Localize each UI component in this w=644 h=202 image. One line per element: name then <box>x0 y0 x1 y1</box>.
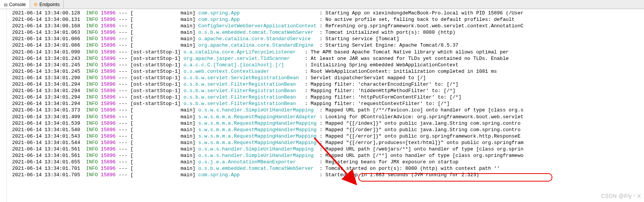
log-row: 2021-06-14 13:34:01.540 INFO 15896 --- [… <box>12 127 644 133</box>
tab-endpoints[interactable]: Endpoints <box>30 0 64 9</box>
log-timestamp: 2021-06-14 13:34:00.131 <box>12 17 80 22</box>
log-thread: [ main] <box>130 153 195 158</box>
log-thread: [ main] <box>130 166 195 171</box>
log-logger: o.s.w.s.handler.SimpleUrlHandlerMapping <box>199 153 317 158</box>
log-row: 2021-06-14 13:34:01.294 INFO 15896 --- [… <box>12 100 644 107</box>
log-thread: [ost-startStop-1] <box>130 81 181 87</box>
log-pid: 15896 <box>101 17 116 22</box>
log-logger: s.w.s.m.m.a.RequestMappingHandlerAdapter <box>199 114 317 120</box>
log-colon: : <box>305 81 308 87</box>
log-row: 2021-06-14 13:34:01.086 INFO 15896 --- [… <box>12 42 644 49</box>
log-pid: 15896 <box>101 159 116 165</box>
log-timestamp: 2021-06-14 13:34:01.294 <box>12 101 80 106</box>
log-colon: : <box>319 153 322 158</box>
log-thread: [ main] <box>130 133 195 139</box>
log-colon: : <box>305 101 308 106</box>
console-output[interactable]: 2021-06-14 13:34:00.128 INFO 15896 --- [… <box>7 9 644 202</box>
log-thread: [ main] <box>130 140 195 146</box>
log-level: INFO <box>86 75 98 81</box>
log-message: Mapped URL path [/webjars/**] onto handl… <box>325 146 524 152</box>
log-dash: --- <box>119 56 127 61</box>
log-level: INFO <box>86 166 98 171</box>
log-level: INFO <box>86 62 98 68</box>
log-timestamp: 2021-06-14 13:34:01.499 <box>12 114 80 120</box>
log-thread: [ost-startStop-1] <box>130 75 181 81</box>
log-level: INFO <box>86 36 98 42</box>
log-colon: : <box>319 159 322 165</box>
log-row: 2021-06-14 13:34:01.655 INFO 15896 --- [… <box>12 159 644 165</box>
log-pid: 15896 <box>101 101 116 106</box>
log-thread: [ost-startStop-1] <box>130 101 181 106</box>
log-colon: : <box>319 114 322 120</box>
log-pid: 15896 <box>101 81 116 87</box>
log-thread: [ main] <box>130 107 195 113</box>
log-message: Mapped "{[/order]}" onto public java.lan… <box>325 127 521 133</box>
log-colon: : <box>319 127 322 133</box>
log-timestamp: 2021-06-14 13:34:01.539 <box>12 121 80 126</box>
log-message: Mapping filter: 'hiddenHttpMethodFilter'… <box>311 88 455 94</box>
log-level: INFO <box>86 133 98 139</box>
log-timestamp: 2021-06-14 13:34:01.655 <box>12 159 80 165</box>
log-message: Mapping filter: 'httpPutFormContentFilte… <box>311 94 461 100</box>
log-colon: : <box>319 23 322 29</box>
log-logger: o.s.w.s.handler.SimpleUrlHandlerMapping <box>199 146 317 152</box>
log-dash: --- <box>119 159 127 165</box>
log-pid: 15896 <box>101 56 116 61</box>
log-level: INFO <box>86 101 98 106</box>
log-thread: [ main] <box>130 42 195 48</box>
tab-bar: Console Endpoints <box>0 0 644 9</box>
log-level: INFO <box>86 140 98 146</box>
log-pid: 15896 <box>101 153 116 158</box>
left-gutter <box>0 9 7 202</box>
log-logger: o.s.b.w.embedded.tomcat.TomcatWebServer <box>199 30 317 35</box>
log-colon: : <box>319 121 322 126</box>
log-level: INFO <box>86 127 98 133</box>
log-row: 2021-06-14 13:34:01.543 INFO 15896 --- [… <box>12 133 644 139</box>
log-row: 2021-06-14 13:34:01.705 INFO 15896 --- [… <box>12 172 644 178</box>
tab-endpoints-label: Endpoints <box>39 2 59 7</box>
log-dash: --- <box>119 101 127 106</box>
log-dash: --- <box>119 23 127 29</box>
log-logger: s.w.s.m.m.a.RequestMappingHandlerMapping <box>199 140 317 146</box>
tab-console[interactable]: Console <box>0 0 30 9</box>
log-level: INFO <box>86 56 98 61</box>
log-timestamp: 2021-06-14 13:34:01.245 <box>12 62 80 68</box>
log-message: No active profile set, falling back to d… <box>325 17 514 22</box>
log-dash: --- <box>119 121 127 126</box>
log-colon: : <box>319 172 322 178</box>
log-dash: --- <box>119 133 127 139</box>
log-dash: --- <box>119 94 127 100</box>
log-colon: : <box>319 30 322 35</box>
log-level: INFO <box>86 10 98 16</box>
log-logger: o.s.web.context.ContextLoader <box>184 69 302 74</box>
log-row: 2021-06-14 13:34:01.090 INFO 15896 --- [… <box>12 49 644 55</box>
log-pid: 15896 <box>101 146 116 152</box>
log-row: 2021-06-14 13:34:01.544 INFO 15896 --- [… <box>12 139 644 146</box>
log-pid: 15896 <box>101 172 116 178</box>
log-row: 2021-06-14 13:34:00.168 INFO 15896 --- [… <box>12 23 644 29</box>
log-thread: [ main] <box>130 10 195 16</box>
log-timestamp: 2021-06-14 13:34:01.086 <box>12 36 80 42</box>
log-logger: org.apache.catalina.core.StandardEngine <box>199 42 317 48</box>
log-level: INFO <box>86 69 98 74</box>
log-message: Mapping filter: 'requestContextFilter' t… <box>311 101 450 106</box>
log-logger: o.s.b.w.servlet.FilterRegistrationBean <box>184 88 302 94</box>
log-row: 2021-06-14 13:34:01.294 INFO 15896 --- [… <box>12 81 644 88</box>
log-logger: o.s.b.w.servlet.FilterRegistrationBean <box>184 101 302 106</box>
log-thread: [ost-startStop-1] <box>130 69 181 74</box>
log-dash: --- <box>119 88 127 94</box>
log-message: The APR based Apache Tomcat Native libra… <box>311 49 509 55</box>
console-icon <box>4 2 8 7</box>
log-level: INFO <box>86 17 98 22</box>
log-dash: --- <box>119 127 127 133</box>
log-timestamp: 2021-06-14 13:34:01.294 <box>12 81 80 87</box>
log-timestamp: 2021-06-14 13:34:01.063 <box>12 30 80 35</box>
log-level: INFO <box>86 107 98 113</box>
log-timestamp: 2021-06-14 13:34:01.290 <box>12 75 80 81</box>
log-level: INFO <box>86 88 98 94</box>
log-level: INFO <box>86 42 98 48</box>
log-colon: : <box>305 62 308 68</box>
log-dash: --- <box>119 107 127 113</box>
log-colon: : <box>319 146 322 152</box>
log-message: Mapping filter: 'characterEncodingFilter… <box>311 81 458 87</box>
